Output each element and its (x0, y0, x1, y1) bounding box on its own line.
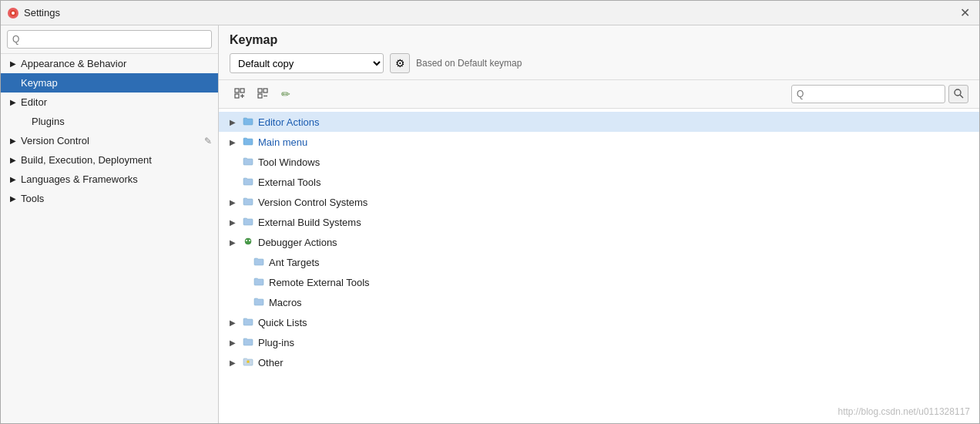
bug-icon (242, 236, 254, 249)
sidebar-search-input[interactable] (7, 30, 212, 49)
chevron-icon: ▶ (10, 194, 18, 203)
sidebar-item-tools[interactable]: ▶ Tools (1, 189, 218, 208)
svg-rect-10 (258, 94, 262, 98)
toolbar-search (791, 85, 968, 103)
main-panel: Keymap Default copy ⚙ Based on Default k… (219, 25, 979, 423)
chevron-icon: ▶ (10, 136, 18, 145)
vcs-edit-icon: ✎ (204, 136, 212, 146)
sidebar-items-list: ▶ Appearance & Behavior Keymap ▶ Editor … (1, 54, 218, 423)
sidebar-item-plugins[interactable]: Plugins (1, 112, 218, 131)
folder-icon (242, 116, 254, 128)
tree-item-label: Other (258, 357, 284, 368)
tree-item-label: Plug-ins (258, 337, 294, 348)
tree-item-label: Version Control Systems (258, 197, 368, 208)
sidebar-item-appearance[interactable]: ▶ Appearance & Behavior (1, 54, 218, 73)
folder-icon (242, 196, 254, 208)
chevron-icon: ▶ (10, 156, 18, 164)
window-title: Settings (24, 7, 60, 19)
titlebar-left: Settings (7, 7, 60, 19)
tree-item-label: Editor Actions (258, 116, 320, 128)
tree-item-plug-ins[interactable]: ▶ Plug-ins (219, 332, 979, 352)
tree-item-remote-external-tools[interactable]: Remote External Tools (219, 272, 979, 292)
chevron-icon: ▶ (10, 59, 18, 68)
tree-item-label: Ant Targets (269, 257, 320, 268)
tree-item-macros[interactable]: Macros (219, 292, 979, 312)
sidebar-item-keymap[interactable]: Keymap (1, 73, 218, 93)
folder-icon (242, 156, 254, 168)
chevron-icon: ▶ (230, 198, 239, 207)
find-icon (953, 88, 964, 101)
tree-item-external-tools[interactable]: External Tools (219, 172, 979, 192)
expand-all-button[interactable] (230, 85, 250, 103)
keymap-row: Default copy ⚙ Based on Default keymap (230, 53, 968, 73)
tree-item-label: Main menu (258, 136, 307, 148)
svg-point-12 (955, 89, 961, 96)
page-title: Keymap (230, 33, 968, 47)
titlebar: Settings ✕ (1, 1, 979, 25)
tree-item-label: Tool Windows (258, 156, 320, 168)
edit-shortcuts-button[interactable]: ✏ (276, 85, 296, 103)
settings-window: Settings ✕ ▶ Appearance & Behavior Keyma… (0, 0, 980, 424)
sidebar-item-label: Appearance & Behavior (21, 58, 126, 69)
main-header: Keymap Default copy ⚙ Based on Default k… (219, 25, 979, 80)
tree-item-other[interactable]: ▶ Other (219, 352, 979, 372)
folder-star-icon (242, 356, 254, 368)
svg-line-13 (960, 95, 963, 98)
collapse-icon (257, 88, 268, 101)
folder-icon (242, 336, 254, 348)
chevron-icon: ▶ (230, 238, 239, 247)
keymap-gear-button[interactable]: ⚙ (390, 53, 410, 73)
svg-rect-9 (263, 89, 267, 93)
gear-icon: ⚙ (395, 57, 405, 69)
folder-icon (253, 296, 265, 308)
tree-item-label: Remote External Tools (269, 277, 370, 288)
sidebar-item-label: Keymap (21, 77, 58, 89)
expand-icon (234, 88, 245, 101)
keymap-search-button[interactable] (948, 85, 968, 103)
chevron-icon: ▶ (230, 138, 239, 146)
svg-rect-8 (258, 89, 262, 93)
svg-rect-5 (235, 94, 239, 98)
sidebar-item-label: Build, Execution, Deployment (21, 154, 152, 166)
tree-item-label: External Tools (258, 177, 321, 188)
svg-point-16 (249, 240, 250, 241)
chevron-icon: ▶ (230, 338, 239, 347)
chevron-icon: ▶ (230, 218, 239, 227)
chevron-icon: ▶ (230, 318, 239, 327)
svg-point-15 (246, 240, 247, 241)
tree-item-tool-windows[interactable]: Tool Windows (219, 152, 979, 172)
tree-item-editor-actions[interactable]: ▶ Editor Actions (219, 112, 979, 132)
sidebar-item-label: Languages & Frameworks (21, 173, 138, 185)
tree-item-label: Macros (269, 297, 302, 308)
svg-point-14 (245, 238, 251, 244)
tree-item-external-build-systems[interactable]: ▶ External Build Systems (219, 212, 979, 232)
keymap-select[interactable]: Default copy (230, 53, 384, 73)
tree-item-label: External Build Systems (258, 217, 361, 228)
sidebar-item-build[interactable]: ▶ Build, Execution, Deployment (1, 150, 218, 170)
tree-item-quick-lists[interactable]: ▶ Quick Lists (219, 312, 979, 332)
keymap-tree[interactable]: ▶ Editor Actions ▶ Main menu (219, 109, 979, 423)
keymap-search-input[interactable] (791, 85, 945, 103)
keymap-based-label: Based on Default keymap (416, 58, 522, 69)
chevron-icon: ▶ (230, 358, 239, 367)
folder-icon (242, 316, 254, 328)
sidebar-item-label: Version Control (21, 135, 89, 146)
edit-icon: ✏ (281, 88, 290, 100)
sidebar-item-version-control[interactable]: ▶ Version Control ✎ (1, 131, 218, 150)
tree-item-version-control-systems[interactable]: ▶ Version Control Systems (219, 192, 979, 212)
tree-item-ant-targets[interactable]: Ant Targets (219, 252, 979, 272)
close-button[interactable]: ✕ (957, 5, 973, 21)
content-area: ▶ Appearance & Behavior Keymap ▶ Editor … (1, 25, 979, 423)
tree-item-debugger-actions[interactable]: ▶ Debugger Actions (219, 232, 979, 252)
watermark: http://blog.csdn.net/u011328117 (838, 406, 970, 417)
sidebar-search-area (1, 25, 218, 54)
sidebar-item-label: Tools (21, 193, 44, 204)
sidebar-item-editor[interactable]: ▶ Editor (1, 93, 218, 112)
collapse-all-button[interactable] (253, 85, 273, 103)
folder-icon (242, 136, 254, 148)
tree-item-main-menu[interactable]: ▶ Main menu (219, 132, 979, 152)
svg-point-2 (12, 12, 15, 15)
sidebar-item-languages[interactable]: ▶ Languages & Frameworks (1, 170, 218, 189)
chevron-icon: ▶ (230, 118, 239, 126)
sidebar-item-label: Plugins (32, 116, 65, 127)
